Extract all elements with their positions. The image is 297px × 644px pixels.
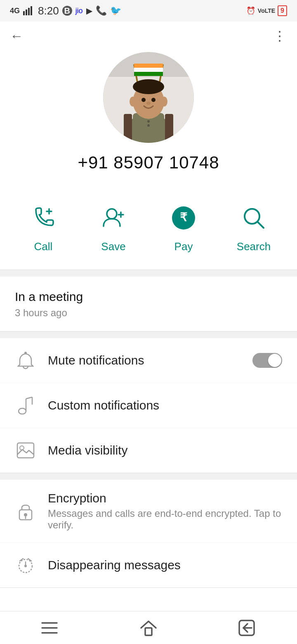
media-icon bbox=[15, 440, 36, 461]
svg-point-26 bbox=[151, 98, 156, 102]
status-section: In a meeting 3 hours ago bbox=[0, 277, 297, 331]
call-icon bbox=[27, 201, 60, 234]
mute-toggle-container[interactable] bbox=[252, 353, 282, 368]
save-icon bbox=[97, 201, 130, 234]
search-button[interactable]: Search bbox=[229, 201, 278, 253]
section-divider-1 bbox=[0, 270, 297, 277]
network-icon: 4G bbox=[10, 7, 20, 15]
back-button[interactable]: ← bbox=[10, 28, 23, 44]
bell-icon bbox=[15, 350, 36, 371]
youtube-icon: ▶ bbox=[86, 6, 92, 16]
svg-rect-14 bbox=[148, 72, 163, 76]
pay-icon: ₹ bbox=[167, 201, 200, 234]
mute-notifications-item[interactable]: Mute notifications bbox=[0, 338, 297, 383]
svg-point-19 bbox=[147, 124, 150, 127]
svg-rect-29 bbox=[165, 114, 173, 143]
svg-rect-13 bbox=[148, 68, 163, 72]
svg-point-25 bbox=[141, 98, 146, 102]
status-time: 3 hours ago bbox=[15, 307, 282, 319]
status-text: In a meeting bbox=[15, 290, 282, 304]
twitter-icon: 🐦 bbox=[110, 5, 121, 16]
signal-icon bbox=[23, 6, 33, 15]
status-bar: 4G 8:20 B jio ▶ 📞 🐦 ⏰ VoLTE 9 bbox=[0, 0, 297, 21]
svg-line-43 bbox=[26, 397, 32, 399]
svg-point-18 bbox=[147, 120, 150, 123]
svg-text:₹: ₹ bbox=[180, 211, 187, 224]
volte-icon: VoLTE bbox=[258, 7, 275, 14]
svg-rect-11 bbox=[134, 72, 149, 76]
svg-point-22 bbox=[133, 79, 164, 94]
section-divider-2 bbox=[0, 331, 297, 338]
encryption-label: Encryption bbox=[48, 491, 106, 505]
alarm-icon: ⏰ bbox=[246, 6, 255, 15]
media-visibility-text: Media visibility bbox=[48, 443, 282, 457]
timer-icon bbox=[15, 554, 36, 576]
search-icon bbox=[237, 201, 270, 234]
more-options-button[interactable]: ⋮ bbox=[273, 28, 287, 44]
svg-point-40 bbox=[24, 352, 27, 354]
svg-rect-45 bbox=[17, 443, 34, 458]
bottom-nav bbox=[0, 611, 297, 644]
disappearing-messages-item[interactable]: Disappearing messages bbox=[0, 543, 297, 587]
search-label: Search bbox=[237, 240, 271, 253]
status-right: ⏰ VoLTE 9 bbox=[246, 5, 287, 16]
disappearing-messages-text: Disappearing messages bbox=[48, 558, 282, 572]
save-button[interactable]: Save bbox=[89, 201, 138, 253]
encryption-item[interactable]: Encryption Messages and calls are end-to… bbox=[0, 480, 297, 543]
media-visibility-label: Media visibility bbox=[48, 443, 127, 457]
settings-group-2: Encryption Messages and calls are end-to… bbox=[0, 480, 297, 588]
jio-icon: jio bbox=[75, 7, 83, 15]
svg-line-39 bbox=[258, 222, 264, 228]
call-label: Call bbox=[34, 240, 53, 253]
profile-section: +91 85907 10748 bbox=[0, 48, 297, 185]
mute-notifications-text: Mute notifications bbox=[48, 353, 252, 367]
avatar bbox=[103, 52, 194, 143]
toggle-knob bbox=[268, 354, 281, 367]
status-left: 4G 8:20 B jio ▶ 📞 🐦 bbox=[10, 5, 121, 17]
encryption-sublabel: Messages and calls are end-to-end encryp… bbox=[48, 508, 282, 531]
profile-image bbox=[103, 52, 194, 143]
encryption-text: Encryption Messages and calls are end-to… bbox=[48, 491, 282, 531]
header: ← ⋮ bbox=[0, 21, 297, 48]
action-row: Call Save ₹ Pay bbox=[0, 185, 297, 270]
time-display: 8:20 bbox=[38, 5, 59, 17]
disappearing-messages-label: Disappearing messages bbox=[48, 558, 181, 572]
custom-notifications-text: Custom notifications bbox=[48, 398, 282, 412]
svg-rect-28 bbox=[124, 114, 132, 143]
battery-indicator: 9 bbox=[278, 5, 287, 16]
lock-icon bbox=[15, 500, 36, 522]
svg-point-41 bbox=[19, 408, 26, 414]
svg-rect-3 bbox=[31, 6, 32, 15]
nav-home-button[interactable] bbox=[136, 616, 161, 640]
svg-rect-1 bbox=[26, 9, 27, 15]
svg-point-23 bbox=[130, 97, 136, 107]
custom-notifications-item[interactable]: Custom notifications bbox=[0, 383, 297, 428]
pay-button[interactable]: ₹ Pay bbox=[159, 201, 208, 253]
custom-notifications-label: Custom notifications bbox=[48, 398, 159, 412]
phone-number: +91 85907 10748 bbox=[78, 153, 219, 173]
nav-menu-button[interactable] bbox=[37, 616, 62, 640]
mute-toggle[interactable] bbox=[252, 353, 282, 368]
pay-label: Pay bbox=[174, 240, 193, 253]
mute-notifications-label: Mute notifications bbox=[48, 353, 144, 367]
save-label: Save bbox=[101, 240, 125, 253]
section-divider-3 bbox=[0, 473, 297, 480]
svg-rect-58 bbox=[145, 628, 152, 635]
media-visibility-item[interactable]: Media visibility bbox=[0, 428, 297, 473]
svg-point-27 bbox=[146, 102, 151, 105]
ringtone-icon bbox=[15, 395, 36, 416]
whatsapp-icon: 📞 bbox=[96, 5, 107, 16]
settings-group-1: Mute notifications Custom notifications bbox=[0, 338, 297, 473]
svg-rect-10 bbox=[134, 68, 149, 72]
svg-point-33 bbox=[107, 209, 117, 219]
svg-rect-2 bbox=[28, 8, 30, 15]
svg-rect-9 bbox=[134, 64, 149, 68]
svg-rect-12 bbox=[148, 64, 163, 68]
b-icon: B bbox=[62, 6, 72, 16]
nav-back-button[interactable] bbox=[235, 616, 260, 640]
svg-rect-0 bbox=[23, 11, 25, 15]
svg-point-24 bbox=[161, 97, 167, 107]
call-button[interactable]: Call bbox=[19, 201, 68, 253]
